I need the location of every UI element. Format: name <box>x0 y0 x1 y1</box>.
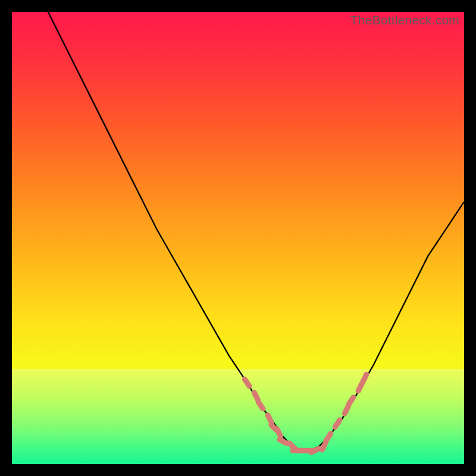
curve-marker <box>268 415 271 423</box>
curve-marker <box>322 442 325 450</box>
curve-marker <box>363 374 367 382</box>
bottleneck-chart <box>12 12 464 464</box>
watermark-text: TheBottleneck.com <box>350 13 459 27</box>
curve-marker <box>345 406 348 414</box>
curve-marker <box>280 440 287 443</box>
curve-marker <box>311 449 319 452</box>
curve-marker <box>277 429 280 437</box>
chart-frame: TheBottleneck.com <box>12 12 464 464</box>
curve-marker <box>254 393 258 400</box>
curve-marker <box>358 384 362 392</box>
lower-band <box>12 369 464 464</box>
